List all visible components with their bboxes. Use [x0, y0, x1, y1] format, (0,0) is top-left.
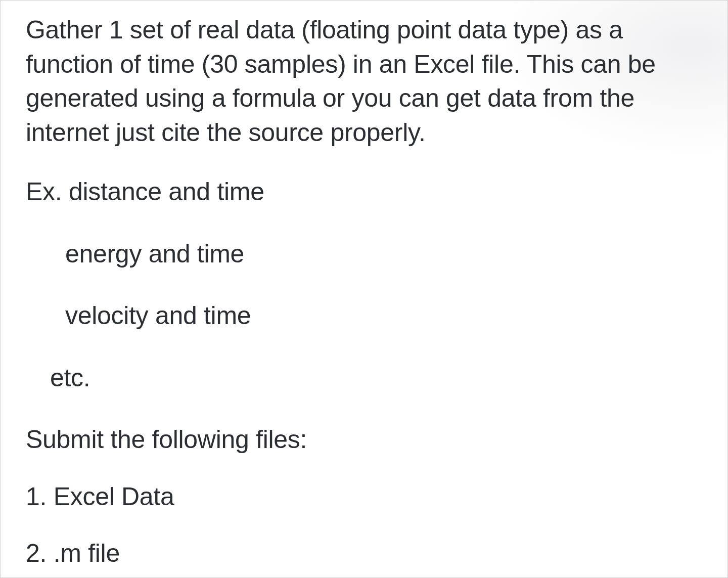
example-heading: Ex. distance and time: [26, 175, 702, 209]
example-etc: etc.: [50, 361, 702, 395]
example-item: energy and time: [65, 237, 702, 272]
submit-heading: Submit the following files:: [26, 423, 702, 457]
example-item: velocity and time: [65, 299, 702, 333]
submit-item: 1. Excel Data: [26, 480, 702, 514]
submit-item: 2. .m file: [26, 537, 702, 571]
instruction-paragraph: Gather 1 set of real data (floating poin…: [26, 13, 702, 150]
